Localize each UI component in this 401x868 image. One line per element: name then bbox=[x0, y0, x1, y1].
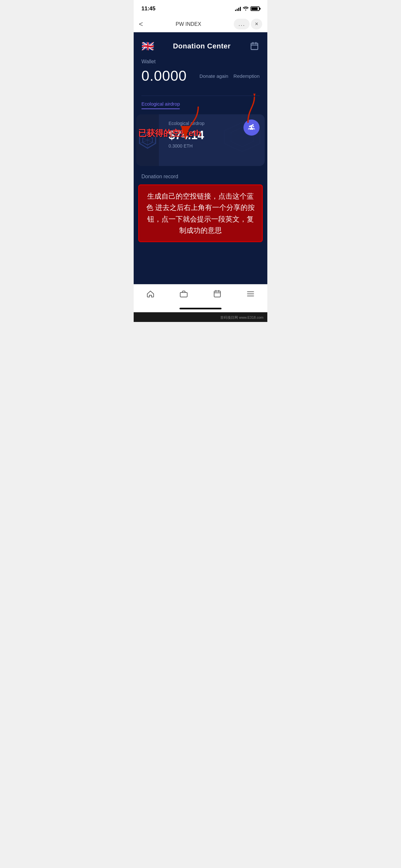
wifi-icon bbox=[243, 6, 249, 11]
nav-menu[interactable] bbox=[240, 288, 261, 299]
no-data-text: No data bbox=[142, 185, 259, 203]
svg-rect-24 bbox=[180, 292, 187, 297]
tab-bar: Ecological airdrop bbox=[134, 101, 267, 109]
svg-rect-0 bbox=[251, 43, 258, 50]
svg-point-21 bbox=[253, 126, 254, 127]
watermark: 首码项目网 www.E318.com bbox=[134, 312, 267, 322]
signal-icon bbox=[235, 6, 241, 11]
battery-icon bbox=[251, 6, 259, 11]
calendar-button[interactable] bbox=[249, 41, 259, 51]
watermark-text: 首码项目网 www.E318.com bbox=[220, 315, 264, 319]
home-indicator bbox=[180, 308, 221, 309]
nav-home[interactable] bbox=[140, 288, 161, 299]
status-icons bbox=[235, 6, 259, 11]
close-button[interactable]: × bbox=[251, 19, 262, 29]
share-button[interactable] bbox=[243, 120, 259, 135]
svg-point-19 bbox=[251, 125, 252, 127]
svg-point-20 bbox=[249, 126, 250, 127]
page-header: 🇬🇧 Donation Center bbox=[134, 32, 267, 59]
donation-section: Donation record No data bbox=[134, 174, 267, 203]
main-content: 🇬🇧 Donation Center Wallet 0.0000 Donate … bbox=[134, 32, 267, 284]
wallet-actions: Donate again Redemption bbox=[199, 73, 259, 79]
browser-nav: < PW INDEX ... × bbox=[134, 16, 267, 32]
redemption-button[interactable]: Redemption bbox=[234, 73, 259, 79]
page-title: Donation Center bbox=[173, 42, 231, 51]
status-time: 11:45 bbox=[142, 5, 155, 12]
wallet-label: Wallet bbox=[142, 59, 259, 65]
wallet-section: Wallet 0.0000 Donate again Redemption bbox=[134, 59, 267, 90]
donation-record-label: Donation record bbox=[142, 174, 259, 180]
wallet-balance: 0.0000 bbox=[142, 68, 187, 84]
airdrop-card-wrapper: Ecological airdrop $74.14 0.3000 ETH bbox=[134, 114, 267, 166]
language-flag[interactable]: 🇬🇧 bbox=[142, 40, 154, 52]
airdrop-card: Ecological airdrop $74.14 0.3000 ETH bbox=[136, 114, 265, 166]
back-button[interactable]: < bbox=[139, 20, 143, 28]
status-bar: 11:45 bbox=[134, 0, 267, 16]
nav-calendar[interactable] bbox=[207, 288, 228, 299]
wallet-balance-row: 0.0000 Donate again Redemption bbox=[142, 68, 259, 84]
donate-again-button[interactable]: Donate again bbox=[199, 73, 228, 79]
nav-briefcase[interactable] bbox=[173, 288, 194, 299]
nav-actions: ... × bbox=[234, 19, 262, 29]
divider bbox=[142, 96, 259, 96]
tab-ecological-airdrop[interactable]: Ecological airdrop bbox=[142, 101, 180, 109]
card-left-panel bbox=[136, 114, 159, 166]
svg-rect-25 bbox=[214, 291, 220, 297]
more-button[interactable]: ... bbox=[234, 19, 250, 29]
bottom-nav bbox=[134, 284, 267, 306]
url-bar: PW INDEX bbox=[147, 21, 230, 27]
